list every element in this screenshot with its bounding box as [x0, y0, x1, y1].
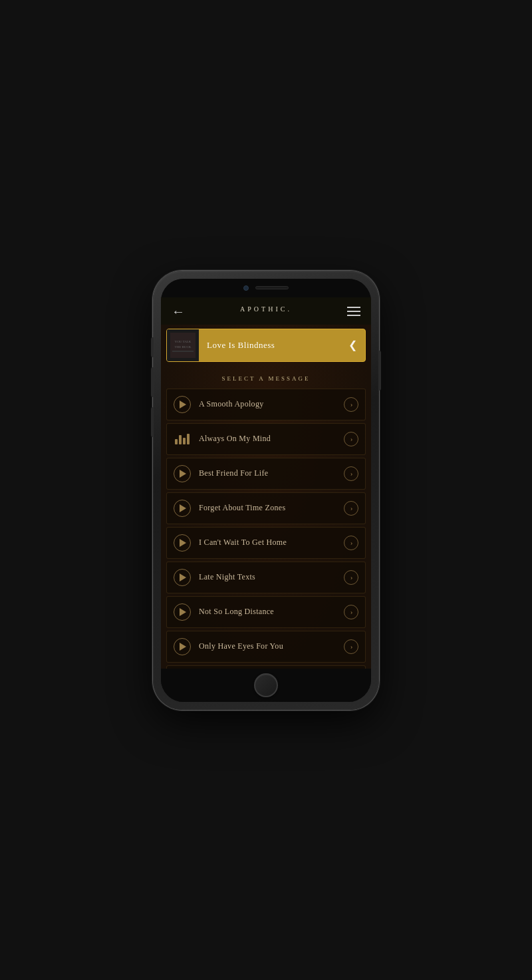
song-item[interactable]: Not So Long Distance › — [166, 596, 366, 628]
song-item[interactable]: Ready When You Get Home › — [166, 665, 366, 669]
song-list: A Smooth Apology › Always On My Mind › B… — [161, 389, 371, 669]
nav-bar: ← Apothic. — [161, 297, 371, 325]
song-item[interactable]: A Smooth Apology › — [166, 389, 366, 420]
play-icon — [174, 500, 191, 517]
song-item[interactable]: Late Night Texts › — [166, 562, 366, 593]
song-item[interactable]: Only Have Eyes For You › — [166, 631, 366, 663]
play-icon — [174, 396, 191, 413]
chevron-right-icon: › — [344, 466, 358, 481]
chevron-right-icon: › — [344, 570, 358, 585]
song-item[interactable]: Best Friend For Life › — [166, 458, 366, 490]
app-screen: ← Apothic. YOU TALK — [161, 297, 371, 669]
chevron-right-icon: › — [344, 501, 358, 516]
svg-text:THE BUCK: THE BUCK — [175, 345, 192, 349]
power-button — [378, 351, 381, 391]
play-icon — [174, 534, 191, 552]
play-icon — [174, 569, 191, 586]
song-title: Not So Long Distance — [199, 607, 344, 617]
song-title: Forget About Time Zones — [199, 503, 344, 513]
svg-text:YOU TALK: YOU TALK — [175, 340, 192, 343]
back-button[interactable]: ← — [172, 304, 185, 319]
song-item[interactable]: I Can't Wait To Get Home › — [166, 527, 366, 559]
bars-icon — [174, 434, 191, 444]
play-icon — [174, 603, 191, 621]
play-icon — [174, 465, 191, 482]
phone-screen: ← Apothic. YOU TALK — [161, 279, 371, 702]
chevron-right-icon: › — [344, 536, 358, 550]
chevron-right-icon: › — [344, 397, 358, 412]
svg-rect-4 — [172, 351, 194, 352]
now-playing-banner[interactable]: YOU TALK THE BUCK Love Is Blindness ❮ — [166, 329, 366, 362]
song-item[interactable]: Always On My Mind › — [166, 423, 366, 455]
phone-bottom — [161, 669, 371, 702]
select-label: SELECT A MESSAGE — [161, 366, 371, 389]
menu-button[interactable] — [347, 307, 360, 316]
chevron-right-icon: › — [344, 432, 358, 446]
song-title: A Smooth Apology — [199, 399, 344, 409]
song-item[interactable]: Forget About Time Zones › — [166, 492, 366, 524]
now-playing-title: Love Is Blindness — [199, 340, 340, 351]
chevron-right-icon: › — [344, 639, 358, 654]
song-title: Late Night Texts — [199, 572, 344, 582]
speaker — [255, 286, 289, 289]
phone-top-bar — [161, 279, 371, 297]
chevron-right-icon: › — [344, 605, 358, 619]
back-track-button[interactable]: ❮ — [340, 339, 365, 351]
album-art: YOU TALK THE BUCK — [167, 329, 199, 361]
song-title: I Can't Wait To Get Home — [199, 538, 344, 548]
play-icon — [174, 638, 191, 655]
camera — [243, 285, 249, 291]
phone-frame: ← Apothic. YOU TALK — [153, 271, 379, 710]
volume-down-button — [151, 407, 154, 437]
app-title: Apothic. — [240, 305, 292, 318]
song-title: Only Have Eyes For You — [199, 641, 344, 651]
volume-up-button — [151, 367, 154, 397]
mute-button — [151, 337, 154, 357]
song-title: Best Friend For Life — [199, 468, 344, 478]
home-button[interactable] — [254, 673, 278, 697]
song-title: Always On My Mind — [199, 434, 344, 444]
